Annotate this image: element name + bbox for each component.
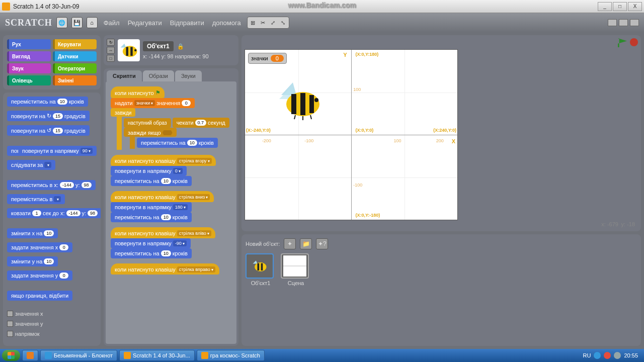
hat-key-up[interactable]: коли натиснуто клавішустрілка вгору — [111, 155, 216, 166]
home-icon[interactable]: ⌂ — [87, 17, 98, 28]
block-change-x[interactable]: змінити x на10 — [7, 228, 58, 238]
block-point-n90[interactable]: повернути в напрямку-90 — [111, 238, 191, 248]
category-pen[interactable]: Олівець — [7, 75, 51, 85]
block-bounce[interactable]: якщо границя, відбити — [7, 291, 72, 301]
mouse-coords: x: -679 y: -18 — [245, 220, 638, 228]
menu-share[interactable]: Відправити — [168, 19, 206, 27]
sprite-header: ↻ ↔ □ Об'єкт1 🔒 x: -144 y: 98 напрямок: … — [104, 35, 238, 65]
taskbar-scratch[interactable]: Scratch 1.4 of 30-Jun... — [119, 350, 195, 361]
block-point-180[interactable]: повернути в напрямку180 — [111, 202, 192, 212]
sprite-position: x: -144 y: 98 напрямок: 90 — [143, 53, 209, 59]
block-foreverif[interactable]: завжди якщо — [124, 128, 177, 137]
block-move-down[interactable]: переміститись на10кроків — [111, 212, 192, 222]
lock-icon[interactable]: 🔒 — [177, 43, 184, 49]
grow-icon[interactable]: ⤢ — [269, 18, 278, 27]
block-set-var[interactable]: надатизначкизначення0 — [111, 98, 195, 108]
hat-key-down[interactable]: коли натиснуто клавішустрілка вниз — [111, 191, 214, 202]
tray-icon[interactable] — [594, 352, 601, 359]
sprite-item-1[interactable]: Об'єкт1 — [246, 253, 276, 286]
tray-icon[interactable] — [604, 352, 611, 359]
sprite-bee[interactable] — [275, 80, 326, 120]
rotate-lr-icon[interactable]: ↔ — [107, 47, 115, 54]
cut-icon[interactable]: ✂ — [259, 18, 268, 27]
category-motion[interactable]: Рух — [7, 39, 51, 49]
stamp-icon[interactable]: ⊞ — [249, 18, 258, 27]
block-set-x[interactable]: задати значення x0 — [7, 242, 72, 252]
view-small-button[interactable] — [608, 19, 617, 26]
rotate-free-icon[interactable]: ↻ — [107, 39, 115, 46]
hat-key-left[interactable]: коли натиснуто клавішустрілка вліво — [111, 227, 215, 238]
svg-rect-11 — [261, 263, 263, 270]
block-move-inner[interactable]: переміститись на10кроків — [137, 138, 218, 148]
block-change-y[interactable]: змінити y на10 — [7, 256, 58, 266]
block-turn-cw[interactable]: повернути на↻15градусів — [7, 111, 90, 121]
svg-rect-1 — [126, 47, 128, 56]
block-forever[interactable]: завжди — [111, 108, 135, 117]
start-button[interactable] — [2, 350, 20, 361]
taskbar-scratch2[interactable]: гра космос- Scratch — [197, 350, 265, 361]
coord-right: (X:240,Y:0) — [433, 128, 456, 133]
lang-indicator[interactable]: RU — [583, 352, 591, 358]
block-set-y[interactable]: задати значення y0 — [7, 270, 72, 281]
minimize-button[interactable]: _ — [598, 2, 612, 11]
save-icon[interactable]: 💾 — [71, 17, 83, 28]
tab-scripts[interactable]: Скрипти — [107, 70, 142, 81]
script-area[interactable]: коли натиснуто ⚑ надатизначкизначення0 з… — [106, 81, 236, 344]
stop-button[interactable] — [630, 38, 638, 46]
menu-edit[interactable]: Редагувати — [126, 19, 164, 27]
block-move-left[interactable]: переміститись на10кроків — [111, 248, 192, 258]
block-wait[interactable]: чекати0.7секунд — [173, 118, 229, 128]
category-control[interactable]: Керувати — [53, 39, 97, 49]
maximize-button[interactable]: □ — [613, 2, 627, 11]
block-turn-ccw[interactable]: повернути на↺15градусів — [7, 125, 90, 136]
view-medium-button[interactable] — [619, 19, 628, 26]
checkbox-x[interactable]: значення x — [7, 311, 97, 317]
sprite-item-scene[interactable]: Сцена — [281, 253, 311, 286]
taskbar-firefox[interactable] — [22, 350, 38, 361]
menu-help[interactable]: допомога — [210, 19, 243, 27]
sprite-name[interactable]: Об'єкт1 — [143, 41, 174, 51]
surprise-new-icon[interactable]: ✦? — [316, 238, 328, 249]
svg-rect-5 — [291, 94, 296, 114]
block-goto-xy[interactable]: переміститись в x:-144y:98 — [7, 180, 96, 190]
choose-new-icon[interactable]: 📁 — [300, 238, 312, 249]
block-nextcostume[interactable]: наступний образ — [124, 118, 171, 128]
checkbox-direction[interactable]: напрямок — [7, 331, 97, 337]
category-sensing[interactable]: Датчики — [53, 51, 97, 61]
variable-monitor[interactable]: значки0 — [248, 53, 287, 64]
close-button[interactable]: X — [628, 2, 642, 11]
hat-flag[interactable]: коли натиснуто ⚑ — [111, 86, 165, 98]
tick: -100 — [304, 138, 313, 143]
block-move-up[interactable]: переміститись на10кроків — [111, 176, 192, 186]
stage[interactable]: значки0 Y X (X:0,Y:180) (X:-240,Y:0) (X:… — [245, 49, 458, 220]
tray-icon[interactable] — [614, 352, 621, 359]
block-point-0[interactable]: повернути в напрямку0 — [111, 166, 187, 176]
category-sound[interactable]: Звук — [7, 63, 51, 73]
block-glide[interactable]: ковзати1сек до x:-144y:98 — [7, 208, 101, 218]
paint-new-icon[interactable]: ✦ — [284, 238, 296, 249]
shrink-icon[interactable]: ⤡ — [279, 18, 288, 27]
svg-point-8 — [314, 98, 318, 102]
taskbar: Безымянный - Блокнот Scratch 1.4 of 30-J… — [0, 349, 644, 362]
rotate-none-icon[interactable]: □ — [107, 55, 115, 62]
globe-icon[interactable]: 🌐 — [56, 17, 67, 28]
hat-key-right[interactable]: коли натиснуто клавішустрілка вправо — [111, 263, 219, 275]
sprite-thumbnail — [118, 39, 140, 61]
block-move[interactable]: переміститись на10кроків — [7, 97, 88, 107]
menu-file[interactable]: Файл — [102, 19, 122, 27]
block-follow[interactable]: слідувати за — [7, 160, 55, 170]
category-panel: Рух Керувати Вигляд Датчики Звук Операто… — [3, 35, 101, 89]
block-point-direction[interactable]: повернути в напрямку90 — [18, 146, 97, 156]
category-variables[interactable]: Змінні — [53, 75, 97, 85]
view-full-button[interactable] — [630, 19, 639, 26]
taskbar-notepad[interactable]: Безымянный - Блокнот — [40, 350, 117, 361]
tab-sounds[interactable]: Звуки — [175, 70, 202, 81]
checkbox-y[interactable]: значення y — [7, 321, 97, 327]
tab-costumes[interactable]: Образи — [143, 70, 174, 81]
coord-top: (X:0,Y:180) — [355, 52, 378, 57]
block-goto[interactable]: переміститись в — [7, 194, 65, 204]
category-looks[interactable]: Вигляд — [7, 51, 51, 61]
svg-rect-10 — [258, 263, 260, 270]
green-flag-button[interactable] — [618, 38, 627, 47]
category-operators[interactable]: Оператори — [53, 63, 97, 73]
